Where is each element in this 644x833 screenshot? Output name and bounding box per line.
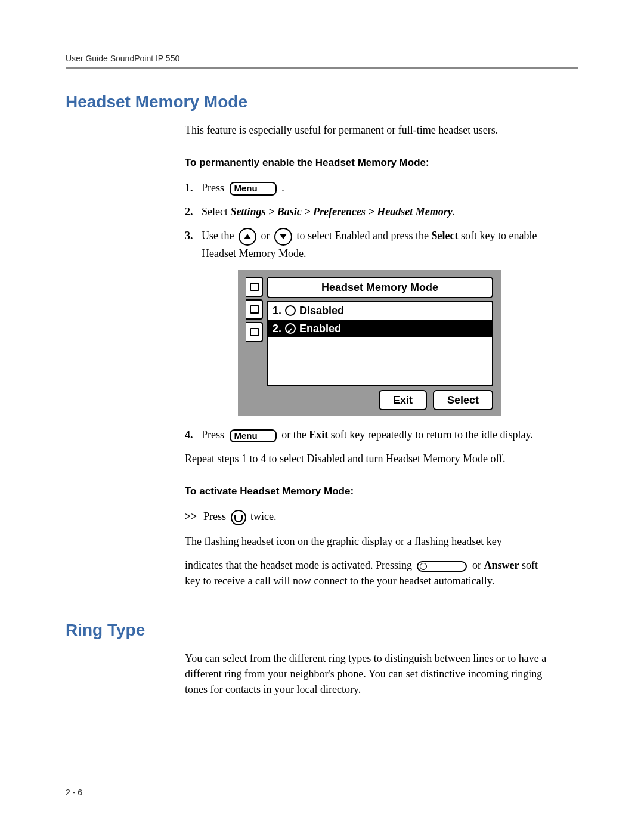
activate-text: Press: [201, 510, 229, 522]
intro-paragraph: This feature is especially useful for pe…: [185, 122, 555, 138]
step-number: 3.: [185, 228, 202, 243]
page: User Guide SoundPoint IP 550 Headset Mem…: [0, 0, 644, 833]
step-4: 4. Press Menu or the Exit soft key repea…: [185, 427, 555, 442]
lcd-option-label: Enabled: [299, 321, 341, 336]
running-head: User Guide SoundPoint IP 550: [66, 54, 578, 63]
headset-icon: [231, 510, 246, 525]
steps-list-continued: 4. Press Menu or the Exit soft key repea…: [185, 427, 555, 442]
lcd-option-number: 1.: [273, 303, 281, 318]
step-text: Press: [202, 182, 227, 194]
ring-type-paragraph: You can select from the different ring t…: [185, 651, 555, 697]
heading-headset-memory-mode: Headset Memory Mode: [66, 92, 578, 112]
arrow-up-icon: [239, 228, 256, 246]
radio-checked-icon: [285, 323, 296, 334]
menu-button-icon: Menu: [230, 182, 277, 196]
header-rule: [66, 67, 578, 69]
step-text: Select: [202, 206, 230, 218]
lcd-softkey-select: Select: [433, 390, 493, 410]
activate-text: twice.: [250, 510, 276, 522]
subheading-activate: To activate Headset Memory Mode:: [185, 484, 555, 499]
heading-ring-type: Ring Type: [66, 621, 578, 640]
step-text: or the: [281, 429, 309, 441]
lcd-option-number: 2.: [273, 321, 281, 336]
step-number: 2.: [185, 204, 202, 219]
lcd-title: Headset Memory Mode: [267, 277, 493, 298]
steps-list: 1. Press Menu . 2. Select Settings > Bas…: [185, 180, 555, 261]
lcd-sidebar: [246, 277, 263, 410]
step-text: .: [281, 182, 284, 194]
step-number: 1.: [185, 180, 202, 196]
lcd-frame: Headset Memory Mode 1. Disabled 2. Enabl…: [238, 270, 501, 416]
step-text: Use the: [202, 230, 237, 241]
answer-softkey-label: Answer: [484, 559, 519, 571]
activate-line3: indicates that the headset mode is activ…: [185, 558, 555, 589]
select-softkey-label: Select: [431, 230, 458, 241]
step-text: .: [453, 206, 456, 218]
step-text: or: [261, 230, 273, 241]
activate-step: >> Press twice.: [185, 509, 555, 525]
line-key-icon: [417, 561, 467, 572]
lcd-tab-icon: [246, 322, 263, 342]
arrow-down-icon: [274, 228, 292, 246]
lcd-softkey-exit: Exit: [379, 390, 427, 410]
lcd-screenshot: Headset Memory Mode 1. Disabled 2. Enabl…: [185, 270, 555, 416]
step-3: 3. Use the or to select Enabled and pres…: [185, 228, 555, 261]
lcd-tab-icon: [246, 299, 263, 320]
menu-path: Settings > Basic > Preferences > Headset…: [230, 206, 452, 218]
lcd-option-enabled: 2. Enabled: [268, 320, 492, 337]
menu-button-icon: Menu: [230, 429, 277, 443]
lcd-option-label: Disabled: [299, 303, 344, 318]
repeat-note: Repeat steps 1 to 4 to select Disabled a…: [185, 451, 555, 466]
radio-unchecked-icon: [285, 305, 296, 316]
chevron-marker: >>: [185, 510, 197, 522]
activate-text: indicates that the headset mode is activ…: [185, 559, 414, 571]
step-text: to select Enabled and press the: [296, 230, 431, 241]
step-number: 4.: [185, 427, 202, 442]
lcd-option-disabled: 1. Disabled: [268, 302, 492, 320]
lcd-tab-icon: [246, 277, 263, 297]
step-text: soft key repeatedly to return to the idl…: [328, 429, 533, 441]
subheading-enable: To permanently enable the Headset Memory…: [185, 156, 555, 171]
step-1: 1. Press Menu .: [185, 180, 555, 196]
activate-line2: The flashing headset icon on the graphic…: [185, 534, 555, 549]
lcd-list: 1. Disabled 2. Enabled: [267, 301, 493, 386]
page-number: 2 - 6: [66, 788, 82, 797]
step-text: Press: [202, 429, 227, 441]
body-column: This feature is especially useful for pe…: [185, 122, 555, 589]
activate-text: or: [472, 559, 484, 571]
exit-softkey-label: Exit: [309, 429, 328, 441]
step-2: 2. Select Settings > Basic > Preferences…: [185, 204, 555, 219]
